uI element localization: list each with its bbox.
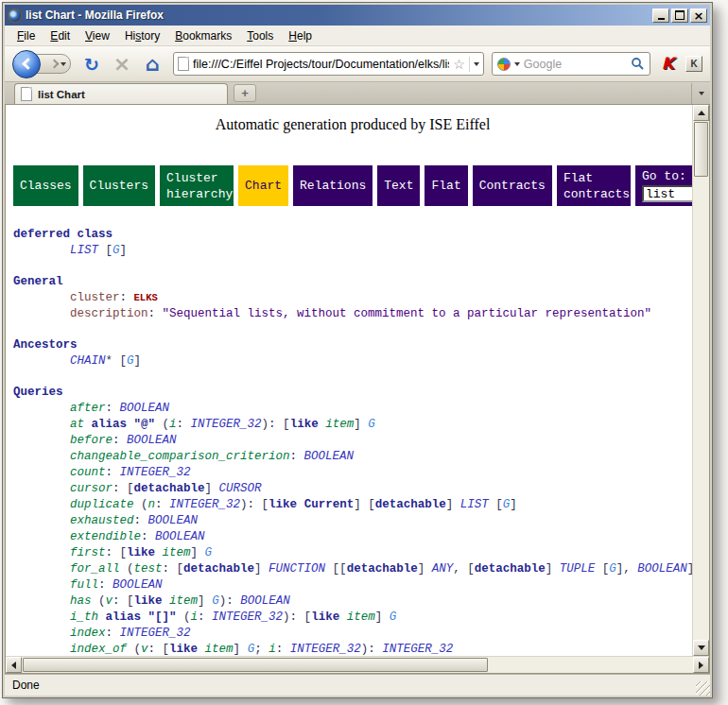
- horizontal-scrollbar[interactable]: [6, 656, 709, 673]
- menu-bookmarks[interactable]: Bookmarks: [168, 27, 238, 44]
- code-sections: deferred classLIST [G]Generalcluster: EL…: [13, 227, 692, 656]
- list-all-tabs-button[interactable]: [691, 83, 710, 104]
- url-bar[interactable]: [173, 52, 484, 76]
- horizontal-scroll-track[interactable]: [489, 657, 693, 673]
- scroll-right-button[interactable]: [693, 657, 709, 673]
- home-button[interactable]: [141, 53, 164, 76]
- nav-button-clusters[interactable]: Clusters: [83, 165, 155, 206]
- nav-button-contracts[interactable]: Contracts: [473, 165, 552, 206]
- goto-input[interactable]: [642, 185, 692, 202]
- nav-button-go-to[interactable]: Go to:: [635, 165, 692, 206]
- code-line: first: [like item] G: [13, 545, 692, 561]
- code-line: for_all (test: [detachable] FUNCTION [[d…: [13, 561, 692, 577]
- code-line: index_of (v: [like item] G; i: INTEGER_3…: [13, 642, 692, 656]
- code-line: after: BOOLEAN: [13, 401, 692, 417]
- navigation-toolbar: K: [5, 46, 710, 82]
- up-arrow-icon: [698, 111, 705, 115]
- nav-button-flat[interactable]: Flat: [425, 165, 467, 206]
- forward-arrow-icon: [50, 60, 60, 69]
- menu-bar: FileEditViewHistoryBookmarksToolsHelp: [5, 26, 710, 46]
- menu-file[interactable]: File: [10, 27, 42, 44]
- nav-button-flat-contracts[interactable]: Flat contracts: [557, 165, 631, 206]
- code-line: Queries: [13, 385, 692, 401]
- window-title: list Chart - Mozilla Firefox: [26, 9, 647, 22]
- browser-content-frame: Automatic generation produced by ISE Eif…: [5, 105, 710, 674]
- window-controls: [650, 9, 707, 23]
- firefox-icon: [8, 9, 22, 23]
- status-bar: Done: [5, 674, 710, 696]
- nav-button-chart[interactable]: Chart: [238, 165, 288, 206]
- refresh-button[interactable]: [80, 53, 103, 76]
- scroll-up-button[interactable]: [693, 105, 709, 121]
- k-extension-button[interactable]: [685, 56, 702, 72]
- code-section: AncestorsCHAIN* [G]: [13, 337, 692, 370]
- browser-window: list Chart - Mozilla Firefox FileEditVie…: [2, 2, 713, 698]
- search-magnifier-icon[interactable]: [631, 57, 645, 71]
- code-line: extendible: BOOLEAN: [13, 529, 692, 545]
- code-line: Ancestors: [13, 337, 692, 353]
- title-bar[interactable]: list Chart - Mozilla Firefox: [5, 5, 710, 26]
- search-box[interactable]: [492, 52, 650, 76]
- vertical-scroll-track[interactable]: [693, 178, 709, 640]
- engine-dropdown-icon[interactable]: [514, 62, 520, 66]
- back-arrow-icon: [22, 58, 34, 70]
- url-input[interactable]: [193, 58, 449, 71]
- menu-help[interactable]: Help: [282, 27, 319, 44]
- minimize-button[interactable]: [652, 9, 669, 23]
- vertical-scrollbar[interactable]: [692, 105, 709, 656]
- scroll-left-button[interactable]: [6, 657, 22, 673]
- resize-grip[interactable]: [696, 681, 710, 696]
- code-line: has (v: [like item] G): BOOLEAN: [13, 593, 692, 610]
- right-arrow-icon: [699, 662, 703, 669]
- google-engine-icon[interactable]: [497, 58, 511, 71]
- stop-button[interactable]: [111, 53, 133, 76]
- code-line: cluster: ELKS: [13, 290, 692, 306]
- search-input[interactable]: [524, 58, 627, 71]
- vertical-scroll-thumb[interactable]: [694, 122, 708, 177]
- back-button[interactable]: [12, 50, 41, 78]
- code-line: General: [13, 274, 692, 290]
- scroll-down-button[interactable]: [693, 640, 709, 656]
- menu-history[interactable]: History: [118, 27, 166, 44]
- page-icon: [178, 57, 189, 71]
- down-arrow-icon: [698, 645, 705, 650]
- back-forward-cluster: [12, 50, 71, 78]
- code-line: full: BOOLEAN: [13, 577, 692, 593]
- url-separator: [469, 57, 470, 72]
- horizontal-scroll-thumb[interactable]: [23, 658, 488, 672]
- code-line: deferred class: [13, 227, 692, 243]
- status-text: Done: [12, 679, 40, 692]
- tab-label: list Chart: [38, 89, 85, 100]
- code-line: CHAIN* [G]: [13, 353, 692, 370]
- nav-button-classes[interactable]: Classes: [13, 165, 78, 206]
- code-line: count: INTEGER_32: [13, 465, 692, 481]
- kaspersky-icon[interactable]: K: [662, 56, 674, 72]
- code-section: deferred classLIST [G]: [13, 227, 692, 259]
- close-button[interactable]: [690, 9, 707, 23]
- page-title: Automatic generation produced by ISE Eif…: [13, 116, 692, 133]
- tabs-dropdown-icon: [699, 92, 704, 95]
- code-section: Generalcluster: ELKSdescription: "Sequen…: [13, 274, 692, 322]
- nav-button-cluster-hierarchy[interactable]: Cluster hierarchy: [160, 165, 234, 206]
- code-line: exhausted: BOOLEAN: [13, 513, 692, 529]
- nav-button-text[interactable]: Text: [377, 165, 420, 206]
- bookmark-star-icon[interactable]: [453, 56, 465, 73]
- url-dropdown-icon[interactable]: [474, 62, 479, 66]
- menu-edit[interactable]: Edit: [43, 27, 77, 44]
- nav-button-relations[interactable]: Relations: [293, 165, 373, 206]
- maximize-button[interactable]: [671, 9, 688, 23]
- menu-tools[interactable]: Tools: [240, 27, 280, 44]
- left-arrow-icon: [11, 662, 16, 669]
- page-nav-buttons: ClassesClustersCluster hierarchyChartRel…: [13, 165, 692, 206]
- code-line: duplicate (n: INTEGER_32): [like Current…: [13, 497, 692, 513]
- code-line: cursor: [detachable] CURSOR: [13, 481, 692, 497]
- new-tab-button[interactable]: [234, 84, 256, 102]
- code-line: index: INTEGER_32: [13, 626, 692, 642]
- code-line: changeable_comparison_criterion: BOOLEAN: [13, 449, 692, 465]
- code-line: before: BOOLEAN: [13, 433, 692, 449]
- menu-view[interactable]: View: [78, 27, 116, 44]
- tab-strip: list Chart: [5, 82, 710, 105]
- tab-list-chart[interactable]: list Chart: [14, 83, 228, 104]
- history-dropdown-icon[interactable]: [61, 62, 66, 66]
- code-line: i_th alias "[]" (i: INTEGER_32): [like i…: [13, 610, 692, 626]
